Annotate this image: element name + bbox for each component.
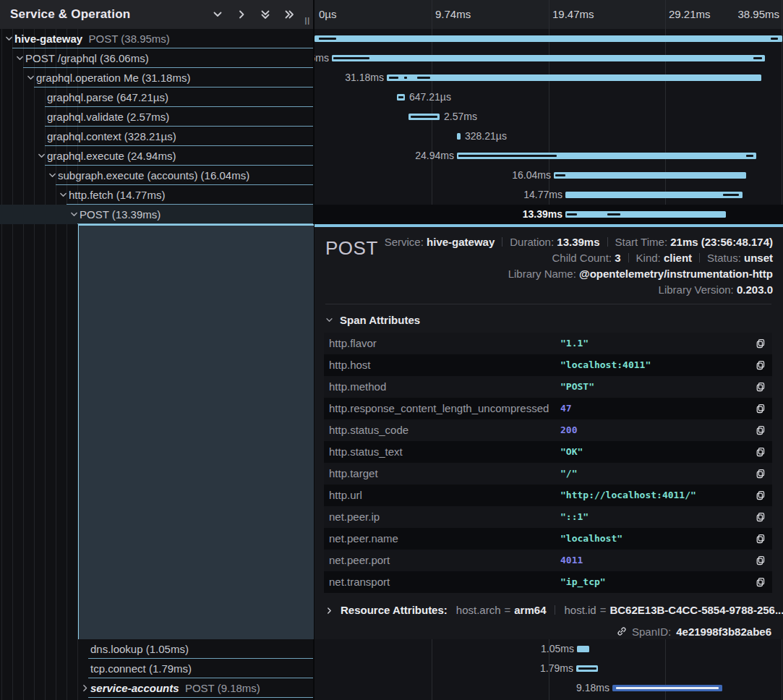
span-bar-row[interactable]: 1.05ms xyxy=(315,639,783,659)
attribute-row: http.url"http://localhost:4011/" xyxy=(324,485,772,506)
attribute-key: net.peer.name xyxy=(329,528,398,550)
resource-attributes-row[interactable]: Resource Attributes: host.arch=arm64host… xyxy=(325,602,783,618)
span-duration-bar[interactable] xyxy=(332,55,765,61)
copy-icon[interactable] xyxy=(756,512,766,522)
span-duration-bar[interactable] xyxy=(577,646,589,652)
span-bar-row[interactable]: 1.79ms xyxy=(315,659,783,678)
meta-line-1: Service: hive-gatewayDuration: 13.39msSt… xyxy=(385,234,773,250)
span-duration-bar[interactable] xyxy=(397,94,405,101)
span-bar-row[interactable]: 38.95ms xyxy=(315,29,783,48)
attribute-key: net.peer.port xyxy=(329,550,390,571)
child-span-mark xyxy=(458,155,557,157)
span-bar-row[interactable]: 647.21µs xyxy=(315,88,783,107)
copy-icon[interactable] xyxy=(756,338,766,349)
span-duration-bar[interactable] xyxy=(408,114,440,120)
attribute-value: "localhost:4011" xyxy=(560,354,651,376)
span-bar-row[interactable]: 24.94ms xyxy=(315,146,783,166)
copy-icon[interactable] xyxy=(756,534,766,544)
span-tree-row[interactable]: POST /graphql (36.06ms) xyxy=(0,48,314,68)
span-duration-bar[interactable] xyxy=(457,133,461,140)
chevron-down-icon[interactable] xyxy=(26,73,35,82)
copy-icon[interactable] xyxy=(756,404,766,414)
chevron-right-icon[interactable] xyxy=(236,9,247,20)
span-bar-row[interactable]: 16.04ms xyxy=(315,166,783,185)
span-attributes-table: http.flavor"1.1"http.host"localhost:4011… xyxy=(324,333,772,593)
copy-icon[interactable] xyxy=(756,425,766,435)
copy-icon[interactable] xyxy=(756,382,766,392)
child-span-mark xyxy=(555,174,565,176)
span-tree-row[interactable]: service-accounts POST (9.18ms) xyxy=(0,678,314,698)
span-name: subgraph.execute (accounts) (16.04ms) xyxy=(58,166,249,185)
span-tree-row[interactable]: dns.lookup (1.05ms) xyxy=(0,639,314,659)
span-bar-row[interactable]: 2.57ms xyxy=(315,107,783,127)
chevron-down-icon[interactable] xyxy=(59,190,68,200)
child-count-label: Child Count: xyxy=(552,252,612,264)
span-duration-bar[interactable] xyxy=(565,192,743,198)
span-bar-row[interactable]: 13.39ms xyxy=(315,205,783,224)
chevron-down-icon[interactable] xyxy=(37,151,46,161)
kind-label: Kind: xyxy=(636,252,661,264)
span-attributes-toggle[interactable]: Span Attributes xyxy=(325,314,420,326)
double-chevron-down-icon[interactable] xyxy=(260,9,271,20)
span-tree-row[interactable]: hive-gateway POST (38.95ms) xyxy=(0,29,314,48)
duration-label: Duration: xyxy=(510,236,554,248)
span-bar-row[interactable]: 9.18ms xyxy=(315,678,783,698)
span-duration-bar[interactable] xyxy=(387,74,761,81)
copy-icon[interactable] xyxy=(756,360,766,370)
attribute-value: 200 xyxy=(560,419,577,441)
span-tree-row[interactable]: graphql.execute (24.94ms) xyxy=(0,146,314,166)
span-tree-row[interactable]: graphql.validate (2.57ms) xyxy=(0,107,314,127)
span-bar-row[interactable]: 328.21µs xyxy=(315,127,783,146)
span-duration-bar[interactable] xyxy=(565,211,726,218)
chevron-down-icon[interactable] xyxy=(4,34,14,43)
copy-icon[interactable] xyxy=(756,447,766,457)
span-tree-row[interactable]: POST (13.39ms) xyxy=(0,205,314,224)
span-duration-bar[interactable] xyxy=(612,685,722,691)
span-bar-row[interactable]: 36.06ms xyxy=(315,48,783,68)
copy-icon[interactable] xyxy=(756,577,766,587)
panel-resize-handle[interactable]: || xyxy=(304,17,310,25)
divider xyxy=(325,304,771,304)
span-tree-row[interactable]: graphql.context (328.21µs) xyxy=(0,127,314,146)
span-duration-label: 2.57ms xyxy=(444,107,477,127)
copy-icon[interactable] xyxy=(756,490,766,500)
child-span-mark xyxy=(398,96,403,98)
copy-icon[interactable] xyxy=(756,555,766,565)
library-version-value: 0.203.0 xyxy=(737,283,773,296)
span-bar-row[interactable]: 31.18ms xyxy=(315,68,783,88)
copy-icon[interactable] xyxy=(756,469,766,479)
chevron-right-icon[interactable] xyxy=(80,683,90,693)
span-duration-bar[interactable] xyxy=(315,35,782,42)
span-duration-bar[interactable] xyxy=(457,153,756,159)
attribute-key: http.status_code xyxy=(329,419,408,441)
chevron-down-icon[interactable] xyxy=(15,54,25,63)
start-time-label: Start Time: xyxy=(615,236,668,248)
library-name-value: @opentelemetry/instrumentation-http xyxy=(579,268,773,280)
child-span-mark xyxy=(753,57,762,59)
span-tree-row[interactable]: tcp.connect (1.79ms) xyxy=(0,659,314,678)
chevron-down-icon[interactable] xyxy=(69,210,79,219)
attribute-row: http.host"localhost:4011" xyxy=(324,354,772,376)
span-duration-bar[interactable] xyxy=(554,172,746,179)
child-count-value: 3 xyxy=(615,252,620,264)
span-name: POST (13.39ms) xyxy=(80,205,161,224)
attribute-key: net.transport xyxy=(329,571,390,593)
double-chevron-right-icon[interactable] xyxy=(283,9,295,20)
link-icon[interactable] xyxy=(617,626,627,636)
span-attributes-title: Span Attributes xyxy=(340,314,420,326)
span-tree-row[interactable]: graphql.parse (647.21µs) xyxy=(0,88,314,107)
span-duration-label: 24.94ms xyxy=(415,146,454,166)
span-bar-row[interactable]: 14.77ms xyxy=(315,185,783,205)
chevron-down-icon[interactable] xyxy=(48,171,57,180)
span-tree-row[interactable]: subgraph.execute (accounts) (16.04ms) xyxy=(0,166,314,185)
span-tree-row[interactable]: http.fetch (14.77ms) xyxy=(0,185,314,205)
resource-attribute-value: BC62E13B-C4CC-5854-9788-256... xyxy=(609,604,783,616)
service-name: hive-gateway xyxy=(14,33,82,45)
meta-line-3: Library Name: @opentelemetry/instrumenta… xyxy=(385,266,773,282)
span-tree-row[interactable]: graphql.operation Me (31.18ms) xyxy=(0,68,314,88)
chevron-down-icon[interactable] xyxy=(212,9,223,20)
span-duration-bar[interactable] xyxy=(576,665,598,672)
timeline-tick-label: 29.21ms xyxy=(669,0,711,29)
child-span-mark xyxy=(389,77,398,79)
attribute-value: 47 xyxy=(560,398,572,419)
